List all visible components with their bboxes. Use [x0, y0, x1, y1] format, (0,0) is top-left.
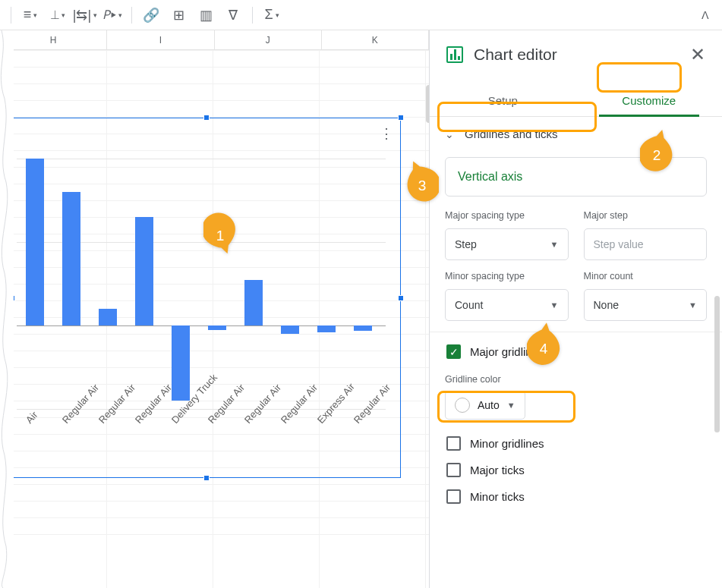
checkbox-icon: ✓ — [446, 344, 461, 359]
check-label: Major ticks — [470, 464, 525, 476]
vertical-align-menu[interactable]: ⟂ — [45, 5, 71, 26]
tab-customize[interactable]: Customize — [576, 83, 723, 116]
minor-spacing-select[interactable]: Count▼ — [445, 289, 569, 321]
dropdown-arrow-icon: ▼ — [507, 401, 515, 410]
gridline-color-select[interactable]: Auto ▼ — [445, 391, 525, 420]
section-label: Gridlines and ticks — [465, 127, 558, 140]
field-label: Major spacing type — [445, 210, 569, 221]
toolbar: ≡ ⟂ |⇆| 𝘗▸ 🔗 ⊞ ▥ ∇ Σ ᐱ — [0, 0, 722, 30]
major-gridlines-checkbox[interactable]: ✓ Major gridlines — [443, 338, 708, 365]
chart-plot — [17, 159, 386, 409]
minor-gridlines-checkbox[interactable]: Minor gridlines — [443, 430, 708, 457]
chart-x-labels: AirRegular AirRegular AirRegular AirDeli… — [17, 413, 386, 482]
horizontal-align-menu[interactable]: ≡ — [17, 5, 43, 26]
field-label: Gridline color — [445, 374, 708, 385]
spreadsheet-area[interactable]: H I J K ⋮ AirRegular AirRegular AirRegul… — [0, 30, 429, 588]
checkbox-icon — [446, 463, 461, 477]
embedded-chart[interactable]: ⋮ AirRegular AirRegular AirRegular AirDe… — [12, 118, 401, 478]
color-swatch-icon — [455, 398, 470, 413]
field-label: Minor count — [584, 271, 708, 281]
insert-chart-icon[interactable]: ▥ — [193, 5, 219, 26]
check-label: Minor gridlines — [470, 437, 544, 450]
resize-handle[interactable] — [398, 115, 404, 121]
section-gridlines-ticks[interactable]: ⌄ Gridlines and ticks — [443, 117, 708, 151]
check-label: Minor ticks — [470, 490, 525, 503]
major-step-input[interactable]: Step value — [584, 228, 708, 260]
check-label: Major gridlines — [470, 345, 544, 358]
minor-ticks-checkbox[interactable]: Minor ticks — [443, 483, 708, 510]
chart-editor-icon — [446, 46, 463, 63]
column-header[interactable]: I — [107, 30, 214, 49]
resize-handle[interactable] — [9, 295, 15, 301]
scrollbar[interactable] — [714, 296, 720, 432]
filter-icon[interactable]: ∇ — [220, 5, 246, 26]
dropdown-arrow-icon: ▼ — [689, 300, 697, 310]
tab-setup[interactable]: Setup — [430, 83, 576, 116]
axis-label: Vertical axis — [458, 170, 522, 183]
insert-link-icon[interactable]: 🔗 — [138, 5, 164, 26]
resize-handle[interactable] — [398, 295, 404, 301]
editor-tabs: Setup Customize — [430, 83, 722, 117]
column-header[interactable]: H — [0, 30, 107, 49]
major-spacing-select[interactable]: Step▼ — [445, 228, 569, 260]
text-rotate-menu[interactable]: 𝘗▸ — [99, 5, 125, 26]
collapse-toolbar-icon[interactable]: ᐱ — [695, 9, 716, 21]
checkbox-icon — [446, 489, 461, 504]
dropdown-arrow-icon: ▼ — [550, 240, 559, 249]
dropdown-arrow-icon: ▼ — [550, 300, 559, 310]
column-headers: H I J K — [0, 30, 429, 50]
chart-editor-panel: Chart editor ✕ Setup Customize ⌄ Gridlin… — [429, 30, 722, 588]
insert-comment-icon[interactable]: ⊞ — [166, 5, 191, 26]
column-header[interactable]: J — [215, 30, 322, 49]
axis-selector[interactable]: Vertical axis — [445, 157, 707, 197]
panel-title: Chart editor — [474, 46, 557, 64]
resize-handle[interactable] — [203, 115, 210, 121]
chevron-down-icon: ⌄ — [445, 128, 454, 140]
field-label: Minor spacing type — [445, 271, 569, 281]
close-icon[interactable]: ✕ — [690, 44, 705, 65]
column-header[interactable]: K — [322, 30, 429, 49]
major-ticks-checkbox[interactable]: Major ticks — [443, 457, 708, 483]
functions-menu[interactable]: Σ — [259, 5, 285, 26]
minor-count-select[interactable]: None▼ — [584, 289, 708, 321]
text-wrap-menu[interactable]: |⇆| — [72, 5, 98, 26]
field-label: Major step — [584, 210, 708, 221]
checkbox-icon — [446, 436, 461, 451]
